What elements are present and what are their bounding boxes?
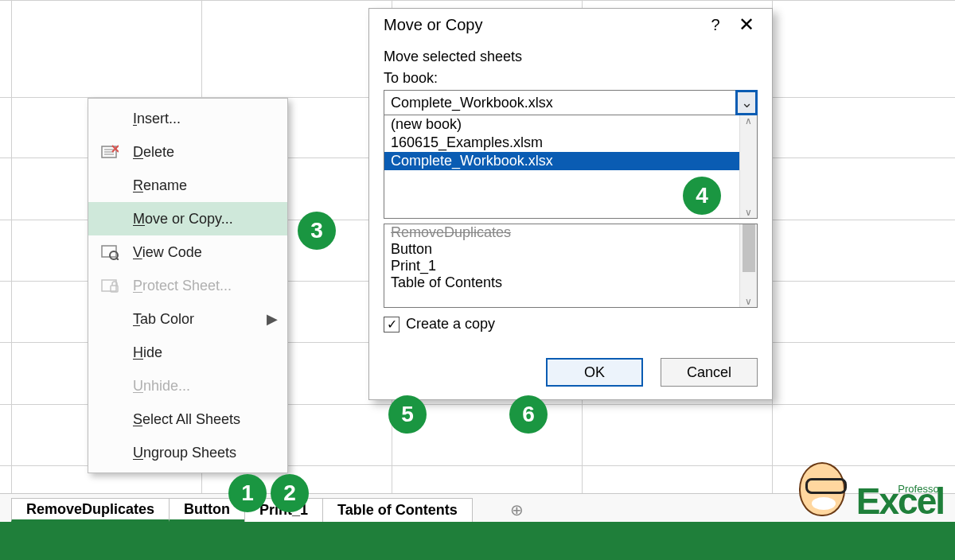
callout-badge-3: 3 [298,212,336,250]
to-book-value: Complete_Workbook.xlsx [391,95,553,111]
book-option-new[interactable]: (new book) [384,115,757,134]
callout-badge-2: 2 [271,474,309,512]
before-sheet-list[interactable]: RemoveDuplicates Button Print_1 Table of… [384,224,758,308]
dialog-close-button[interactable]: ✕ [729,14,764,36]
professor-excel-logo: Professor Excel [799,462,944,516]
create-copy-checkbox[interactable]: ✓ [384,317,400,332]
book-option-1[interactable]: 160615_Examples.xlsm [384,134,757,152]
menu-hide[interactable]: Hide [88,336,287,369]
professor-face-icon [799,462,845,516]
menu-protect-sheet: Protect Sheet... [88,269,287,302]
sheet-tab-removeduplicates[interactable]: RemoveDuplicates [11,498,170,522]
sheet-option-0[interactable]: RemoveDuplicates [384,224,757,241]
menu-select-all-sheets[interactable]: Select All Sheets [88,402,287,436]
callout-badge-5: 5 [388,395,427,434]
sheet-scrollbar[interactable]: ∨ [739,224,757,307]
sheet-tab-toc[interactable]: Table of Contents [322,498,473,522]
view-code-icon [99,243,120,261]
add-sheet-button[interactable]: ⊕ [505,498,529,522]
delete-icon [99,143,120,161]
svg-line-6 [116,258,119,260]
scroll-up-icon[interactable]: ∧ [745,115,752,126]
sheet-context-menu: Insert... Delete Rename Move or Copy... … [88,98,288,473]
menu-view-code[interactable]: View Code [88,235,287,269]
excel-wordmark: Professor Excel [856,487,944,516]
callout-badge-6: 6 [509,395,548,434]
dialog-titlebar: Move or Copy ? ✕ [369,9,772,41]
sheet-option-2[interactable]: Print_1 [384,258,757,274]
menu-move-or-copy[interactable]: Move or Copy... [88,202,287,235]
menu-ungroup-sheets[interactable]: Ungroup Sheets [88,436,287,469]
callout-badge-1: 1 [228,474,267,512]
scroll-thumb[interactable] [743,224,755,272]
dialog-title: Move or Copy [384,16,483,34]
protect-icon [99,277,120,294]
status-bar [0,522,955,560]
sheet-option-3[interactable]: Table of Contents [384,274,757,291]
menu-rename[interactable]: Rename [88,169,287,202]
create-copy-label: Create a copy [406,316,495,332]
scroll-down-icon[interactable]: ∨ [745,207,752,218]
to-book-label: To book: [384,70,758,87]
dialog-help-button[interactable]: ? [702,16,729,34]
create-copy-row[interactable]: ✓ Create a copy [384,316,758,332]
menu-delete[interactable]: Delete [88,135,287,169]
callout-badge-4: 4 [683,177,721,215]
sheet-option-1[interactable]: Button [384,241,757,258]
submenu-arrow-icon: ▶ [267,310,278,328]
book-scrollbar[interactable]: ∧∨ [739,115,757,218]
ok-button[interactable]: OK [546,358,643,387]
book-option-2[interactable]: Complete_Workbook.xlsx [384,152,757,170]
dialog-subheading: Move selected sheets [384,49,758,65]
cancel-button[interactable]: Cancel [661,358,758,387]
to-book-select[interactable]: Complete_Workbook.xlsx ⌄ [384,90,758,115]
menu-insert[interactable]: Insert... [88,102,287,135]
dropdown-caret-icon[interactable]: ⌄ [736,91,757,115]
menu-tab-color[interactable]: Tab Color ▶ [88,302,287,336]
scroll-down-icon[interactable]: ∨ [745,296,752,307]
menu-unhide: Unhide... [88,369,287,402]
